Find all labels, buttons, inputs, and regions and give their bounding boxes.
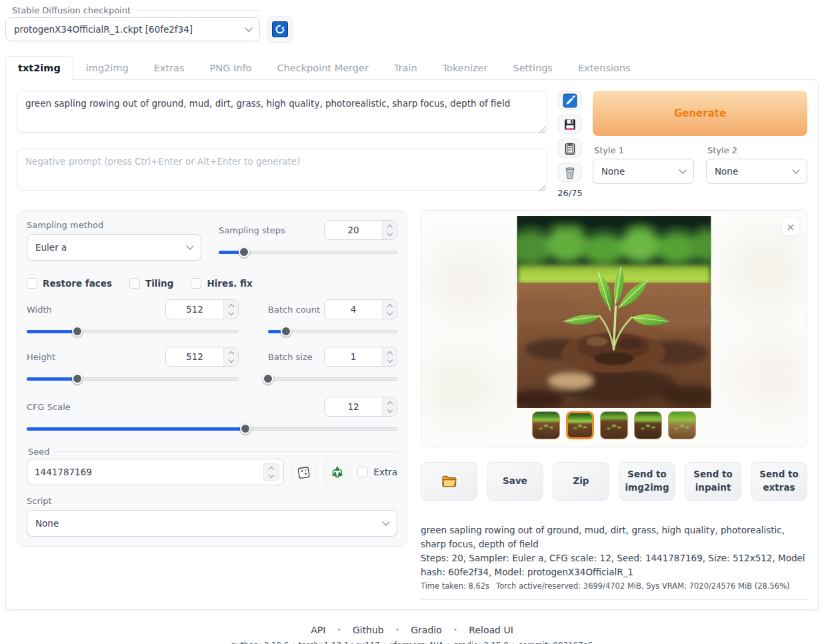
hires-fix-checkbox[interactable]: Hires. fix xyxy=(191,278,252,289)
refresh-checkpoints-button[interactable] xyxy=(267,16,293,43)
clear-prompt-button[interactable] xyxy=(558,163,582,182)
tab-img2img[interactable]: img2img xyxy=(73,56,141,79)
batch-count-input[interactable]: 4 xyxy=(324,299,397,319)
height-input[interactable]: 512 xyxy=(165,347,239,367)
checkbox-box xyxy=(129,278,140,289)
negative-prompt-input[interactable] xyxy=(17,149,547,191)
slider-thumb[interactable] xyxy=(281,326,291,337)
thumbnail-2-selected[interactable] xyxy=(566,411,594,439)
checkpoint-select[interactable]: protogenX34OfficialR_1.ckpt [60fe2f34] xyxy=(5,17,260,41)
save-button[interactable]: Save xyxy=(487,462,543,501)
height-slider[interactable] xyxy=(27,373,239,385)
batch-size-slider[interactable] xyxy=(268,373,397,385)
send-to-extras-button[interactable]: Send to extras xyxy=(751,462,807,501)
stepper-buttons[interactable] xyxy=(382,300,397,319)
checkpoint-label: Stable Diffusion checkpoint xyxy=(12,5,131,15)
generate-button[interactable]: Generate xyxy=(593,91,807,136)
width-slider[interactable] xyxy=(27,325,239,337)
output-actions-row: Save Zip Send to img2img Send to inpaint… xyxy=(421,462,807,501)
tab-tokenizer[interactable]: Tokenizer xyxy=(430,56,501,79)
seed-label: Seed xyxy=(28,447,50,457)
width-input[interactable]: 512 xyxy=(165,299,239,319)
reuse-seed-button[interactable] xyxy=(324,459,351,485)
version-info: python: 3.10.6 • torch: 1.13.1+cu117 • x… xyxy=(5,641,819,644)
thumbnail-4[interactable] xyxy=(634,411,662,439)
tab-extras[interactable]: Extras xyxy=(141,56,197,79)
checkbox-box xyxy=(27,278,37,289)
chevron-down-icon xyxy=(679,166,686,173)
sampling-steps-input[interactable]: 20 xyxy=(324,220,397,240)
prompt-column: green sapling rowing out of ground, mud,… xyxy=(17,91,547,198)
generation-info: green sapling rowing out of ground, mud,… xyxy=(421,523,807,600)
api-link[interactable]: API xyxy=(311,625,325,635)
tab-train[interactable]: Train xyxy=(381,56,430,79)
txt2img-panel: green sapling rowing out of ground, mud,… xyxy=(5,79,819,610)
script-select[interactable]: None xyxy=(27,510,397,537)
slider-thumb[interactable] xyxy=(263,373,273,384)
clipboard-icon xyxy=(563,142,577,155)
apply-style-button[interactable] xyxy=(558,139,582,158)
style1-value: None xyxy=(601,166,680,177)
thumbnail-1[interactable] xyxy=(532,411,560,439)
style2-select[interactable]: None xyxy=(706,159,807,184)
sampling-method-label: Sampling method xyxy=(27,220,201,230)
save-style-button[interactable] xyxy=(558,115,582,134)
reload-ui-link[interactable]: Reload UI xyxy=(469,625,513,635)
chevron-down-icon xyxy=(245,24,252,31)
open-folder-button[interactable] xyxy=(421,462,477,501)
sampling-steps-slider[interactable] xyxy=(219,246,397,258)
prompt-input[interactable]: green sapling rowing out of ground, mud,… xyxy=(17,91,547,133)
slider-thumb[interactable] xyxy=(240,423,251,434)
slider-thumb[interactable] xyxy=(72,373,83,384)
generated-image[interactable] xyxy=(517,216,711,408)
github-link[interactable]: Github xyxy=(353,625,384,635)
batch-size-input[interactable]: 1 xyxy=(324,347,397,367)
script-label: Script xyxy=(27,496,397,506)
generation-prompt-text: green sapling rowing out of ground, mud,… xyxy=(421,523,807,551)
send-to-img2img-button[interactable]: Send to img2img xyxy=(619,462,675,501)
tiling-checkbox[interactable]: Tiling xyxy=(129,278,173,289)
batch-size-label: Batch size xyxy=(268,352,313,362)
divider xyxy=(421,599,807,600)
tab-checkpoint-merger[interactable]: Checkpoint Merger xyxy=(264,56,381,79)
stepper-buttons[interactable] xyxy=(223,300,238,319)
divider xyxy=(55,451,398,452)
restore-faces-checkbox[interactable]: Restore faces xyxy=(27,278,112,289)
gradio-link[interactable]: Gradio xyxy=(411,625,442,635)
batch-count-block: Batch count 4 xyxy=(268,299,397,337)
extra-seed-checkbox[interactable]: Extra xyxy=(357,467,397,477)
seed-input[interactable]: 1441787169 xyxy=(27,459,284,485)
style2-block: Style 2 None xyxy=(706,145,807,184)
stepper-buttons[interactable] xyxy=(382,347,397,366)
tab-png-info[interactable]: PNG Info xyxy=(197,56,265,79)
tab-extensions[interactable]: Extensions xyxy=(565,56,643,79)
tab-txt2img[interactable]: txt2img xyxy=(5,56,73,80)
sampling-steps-label: Sampling steps xyxy=(219,225,285,235)
blue-pen-icon xyxy=(563,93,577,108)
token-counter: 26/75 xyxy=(557,188,582,198)
stepper-buttons[interactable] xyxy=(382,221,397,239)
cfg-scale-slider[interactable] xyxy=(27,423,397,435)
slider-thumb[interactable] xyxy=(239,247,249,257)
thumbnail-3[interactable] xyxy=(600,411,628,439)
batch-count-slider[interactable] xyxy=(268,325,397,337)
styles-row: Style 1 None Style 2 None xyxy=(593,145,807,184)
thumbnail-5[interactable] xyxy=(668,411,696,439)
random-seed-button[interactable] xyxy=(291,459,317,485)
sampling-method-select[interactable]: Euler a xyxy=(27,234,201,261)
slider-thumb[interactable] xyxy=(72,326,83,337)
stepper-buttons[interactable] xyxy=(263,463,279,481)
thumbnail-image xyxy=(635,412,661,439)
paste-generation-params-button[interactable] xyxy=(558,91,582,110)
close-gallery-button[interactable]: × xyxy=(781,217,800,236)
stepper-buttons[interactable] xyxy=(223,347,238,366)
settings-and-output-row: Sampling method Euler a Sampling steps 2… xyxy=(17,210,807,600)
tab-settings[interactable]: Settings xyxy=(500,56,565,79)
stepper-buttons[interactable] xyxy=(382,397,397,416)
cfg-scale-input[interactable]: 12 xyxy=(324,397,397,417)
trash-icon xyxy=(563,166,577,179)
height-block: Height 512 xyxy=(27,347,239,385)
send-to-inpaint-button[interactable]: Send to inpaint xyxy=(685,462,741,501)
zip-button[interactable]: Zip xyxy=(553,462,609,501)
style1-select[interactable]: None xyxy=(593,159,694,184)
